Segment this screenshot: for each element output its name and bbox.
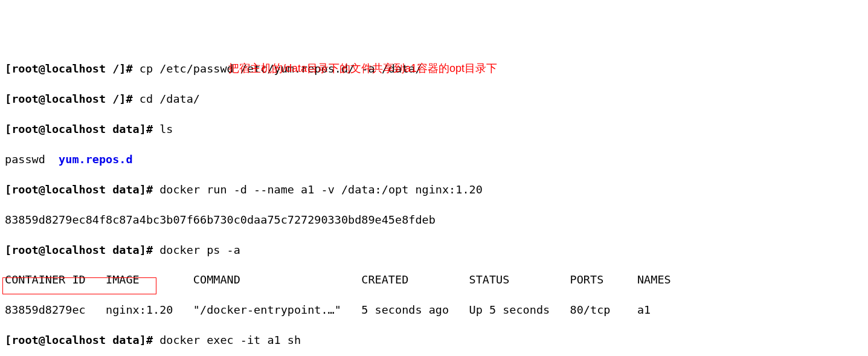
- cmd-docker-run: docker run -d --name a1 -v /data:/opt ng…: [159, 183, 483, 196]
- prompt: [root@localhost /]#: [5, 62, 140, 75]
- line-docker-exec: [root@localhost data]# docker exec -it a…: [5, 333, 863, 348]
- cmd-ls: ls: [159, 123, 173, 135]
- cmd-docker-exec: docker exec -it a1 sh: [159, 334, 301, 346]
- line-cd-data: [root@localhost /]# cd /data/: [5, 92, 863, 107]
- dir-yum: yum.repos.d: [59, 153, 133, 166]
- highlight-box: [2, 277, 156, 294]
- annotation-share: 把宿主机的/data目录下的文件共享到a1容器的opt目录下: [228, 61, 497, 76]
- prompt: [root@localhost data]#: [5, 244, 159, 256]
- file-passwd: passwd: [5, 153, 59, 166]
- line-ls1-out: passwd yum.repos.d: [5, 152, 863, 167]
- line-ls1: [root@localhost data]# ls: [5, 122, 863, 137]
- prompt: [root@localhost data]#: [5, 183, 159, 196]
- cmd-docker-ps: docker ps -a: [159, 244, 240, 256]
- prompt: [root@localhost /]#: [5, 92, 140, 105]
- line-docker-run: [root@localhost data]# docker run -d --n…: [5, 183, 863, 198]
- prompt: [root@localhost data]#: [5, 123, 159, 135]
- line-ps-row: 83859d8279ec nginx:1.20 "/docker-entrypo…: [5, 303, 863, 318]
- container-id-full: 83859d8279ec84f8c87a4bc3b07f66b730c0daa7…: [5, 213, 436, 226]
- line-run-id: 83859d8279ec84f8c87a4bc3b07f66b730c0daa7…: [5, 213, 863, 228]
- cmd-cd-data: cd /data/: [140, 92, 200, 105]
- prompt: [root@localhost data]#: [5, 334, 159, 346]
- ps-row: 83859d8279ec nginx:1.20 "/docker-entrypo…: [5, 303, 651, 316]
- line-docker-ps: [root@localhost data]# docker ps -a: [5, 243, 863, 258]
